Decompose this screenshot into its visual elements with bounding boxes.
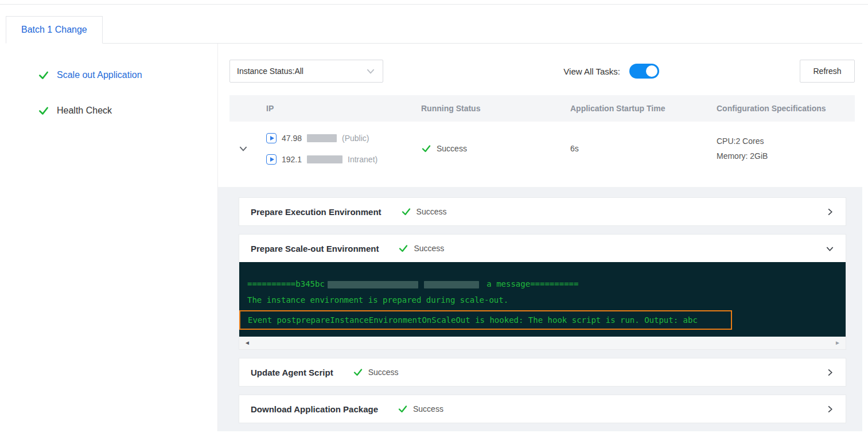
section-prepare-scale-out-environment: Prepare Scale-out Environment Success ==…	[239, 234, 846, 350]
view-all-tasks-label: View All Tasks:	[563, 67, 620, 76]
section-status: Success	[398, 404, 443, 414]
toolbar: Instance Status:All View All Tasks: Refr…	[229, 55, 855, 87]
toggle-knob	[646, 65, 657, 77]
section-header[interactable]: Download Application Package Success	[239, 395, 846, 423]
view-all-tasks-group: View All Tasks:	[563, 64, 659, 79]
play-icon[interactable]	[266, 154, 277, 165]
tab-bar: Batch 1 Change	[0, 5, 868, 44]
section-status-text: Success	[417, 207, 447, 216]
config-specs-cell: CPU:2 Cores Memory: 2GiB	[707, 134, 855, 163]
highlighted-log-line: Event postprepareInstanceEnvironmentOnSc…	[239, 310, 732, 330]
view-all-tasks-toggle[interactable]	[629, 64, 659, 79]
section-header[interactable]: Prepare Execution Environment Success	[239, 198, 846, 225]
section-title: Download Application Package	[251, 404, 378, 414]
public-ip-line: 47.98 (Public)	[257, 127, 412, 149]
top-divider	[0, 0, 868, 5]
step-label: Health Check	[57, 106, 112, 116]
section-header[interactable]: Update Agent Script Success	[239, 358, 846, 386]
table-header: IP Running Status Application Startup Ti…	[229, 95, 855, 122]
cpu-spec: CPU:2 Cores	[717, 134, 855, 149]
section-status: Success	[353, 367, 399, 377]
section-title: Prepare Scale-out Environment	[251, 244, 379, 253]
row-expander[interactable]	[229, 143, 257, 154]
startup-time-cell: 6s	[561, 144, 707, 153]
ip-cell: 47.98 (Public) 192.1 Intranet)	[257, 127, 412, 170]
intranet-ip-suffix: Intranet)	[348, 155, 377, 164]
chevron-right-icon[interactable]	[826, 208, 834, 216]
section-status: Success	[398, 243, 444, 253]
column-header-startup-time: Application Startup Time	[561, 104, 707, 113]
section-prepare-execution-environment: Prepare Execution Environment Success	[239, 197, 846, 226]
task-sections: Prepare Execution Environment Success Pr…	[218, 187, 862, 431]
refresh-button[interactable]: Refresh	[800, 60, 855, 83]
running-status-value: Success	[437, 144, 467, 153]
section-title: Update Agent Script	[251, 368, 333, 377]
log-output: ==========b345bc a message========== The…	[239, 262, 846, 337]
chevron-right-icon[interactable]	[826, 368, 834, 377]
tab-batch-1-change[interactable]: Batch 1 Change	[6, 16, 103, 44]
batch-panel: Scale out Application Health Check Insta…	[6, 43, 862, 431]
section-status-text: Success	[368, 368, 399, 377]
table-row: 47.98 (Public) 192.1 Intranet) Success 6…	[229, 122, 855, 177]
column-header-running-status: Running Status	[412, 104, 561, 113]
step-health-check[interactable]: Health Check	[38, 105, 217, 116]
scroll-left-arrow-icon[interactable]: ◄	[244, 340, 250, 346]
main-content: Instance Status:All View All Tasks: Refr…	[218, 44, 862, 431]
redacted-log-block	[424, 281, 479, 288]
step-label: Scale out Application	[57, 70, 142, 80]
check-icon	[38, 105, 49, 116]
section-download-application-package: Download Application Package Success	[239, 395, 846, 423]
instance-status-select[interactable]: Instance Status:All	[229, 60, 383, 83]
chevron-right-icon[interactable]	[826, 405, 834, 413]
check-icon	[398, 404, 408, 414]
section-update-agent-script: Update Agent Script Success	[239, 358, 846, 387]
step-scale-out-application[interactable]: Scale out Application	[38, 69, 217, 81]
check-icon	[38, 69, 49, 81]
check-icon	[398, 243, 408, 253]
check-icon	[401, 206, 411, 217]
redacted-log-block	[328, 281, 418, 288]
section-status: Success	[401, 206, 447, 217]
intranet-ip-line: 192.1 Intranet)	[257, 149, 412, 170]
redacted-ip-block	[307, 134, 337, 142]
column-header-config-specs: Configuration Specifications	[707, 104, 855, 113]
play-icon[interactable]	[266, 133, 277, 143]
tab-label: Batch 1 Change	[21, 25, 87, 34]
log-line-banner: ==========b345bc a message==========	[247, 276, 838, 292]
section-header[interactable]: Prepare Scale-out Environment Success	[239, 235, 846, 262]
steps-sidebar: Scale out Application Health Check	[6, 44, 218, 431]
section-status-text: Success	[414, 244, 444, 253]
memory-spec: Memory: 2GiB	[717, 149, 855, 163]
public-ip-suffix: (Public)	[342, 134, 369, 143]
chevron-down-icon[interactable]	[826, 244, 834, 253]
scroll-right-arrow-icon[interactable]: ►	[835, 340, 840, 346]
horizontal-scrollbar[interactable]: ◄ ►	[239, 337, 846, 349]
public-ip-text: 47.98	[282, 134, 302, 143]
intranet-ip-text: 192.1	[282, 155, 302, 164]
check-icon	[353, 367, 363, 377]
check-icon	[421, 143, 431, 154]
column-header-ip: IP	[257, 104, 412, 113]
running-status-cell: Success	[412, 143, 561, 154]
redacted-ip-block	[307, 155, 342, 163]
section-title: Prepare Execution Environment	[251, 207, 382, 217]
log-line-prepared: The instance environment is prepared dur…	[247, 292, 838, 308]
section-status-text: Success	[413, 404, 443, 413]
instance-status-value: Instance Status:All	[237, 67, 303, 76]
chevron-down-icon	[365, 66, 376, 76]
